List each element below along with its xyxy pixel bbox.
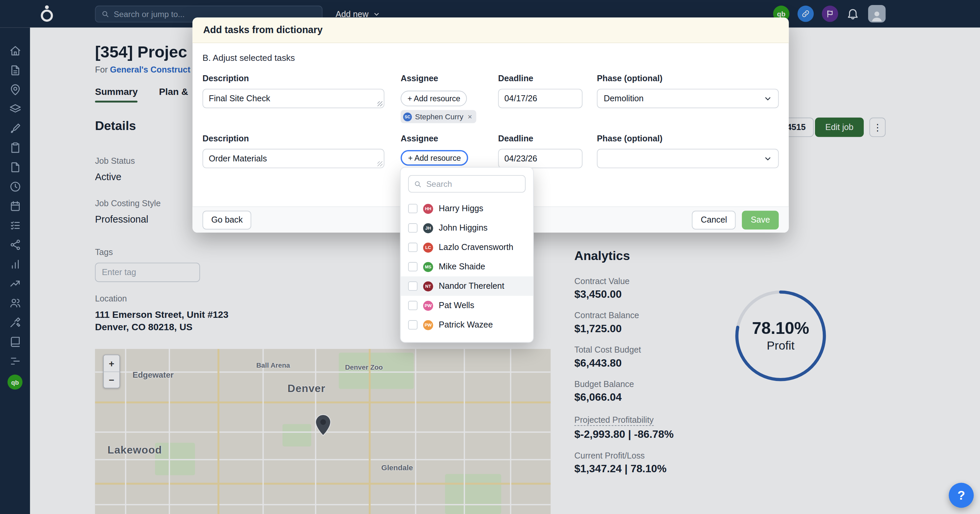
- checkbox[interactable]: [408, 223, 417, 233]
- chevron-down-icon: [764, 155, 772, 163]
- modal-title: Add tasks from dictionary: [203, 24, 323, 36]
- col-assignee-2: Assignee: [401, 134, 438, 143]
- remove-assignee-icon[interactable]: ×: [468, 112, 472, 121]
- option-name: Lazlo Cravensworth: [439, 243, 513, 252]
- assignee-option-john-higgins[interactable]: JHJohn Higgins: [401, 218, 533, 238]
- option-name: Pat Wells: [439, 301, 474, 310]
- chevron-down-icon: [764, 94, 772, 102]
- assignee-search[interactable]: [408, 175, 526, 193]
- go-back-button[interactable]: Go back: [202, 211, 251, 229]
- app-window: Add new qb qb [354] Projec For General's: [0, 0, 980, 514]
- col-phase-1: Phase (optional): [597, 74, 663, 83]
- assignee-option-harry-higgs[interactable]: HHHarry Higgs: [401, 199, 533, 218]
- avatar: PW: [423, 300, 433, 310]
- modal-header: Add tasks from dictionary: [192, 18, 789, 43]
- avatar: PW: [423, 320, 433, 330]
- checkbox[interactable]: [408, 243, 417, 252]
- option-name: John Higgins: [439, 223, 488, 233]
- checkbox[interactable]: [408, 204, 417, 213]
- save-button[interactable]: Save: [742, 211, 779, 229]
- assignee-option-pat-wells[interactable]: PWPat Wells: [401, 296, 533, 315]
- col-description-2: Description: [202, 134, 249, 143]
- checkbox[interactable]: [408, 320, 417, 329]
- option-name: Patrick Wazee: [439, 320, 493, 329]
- assignee-option-list: HHHarry HiggsJHJohn HigginsLCLazlo Crave…: [401, 199, 533, 335]
- assignee-search-input[interactable]: [426, 179, 520, 188]
- deadline-input-2[interactable]: [498, 149, 582, 168]
- description-input-1[interactable]: Final Site Check: [202, 89, 385, 108]
- help-button[interactable]: ?: [948, 483, 974, 508]
- col-assignee-1: Assignee: [401, 74, 438, 83]
- avatar: HH: [423, 204, 433, 214]
- avatar: MS: [423, 262, 433, 272]
- avatar-sc: SC: [403, 112, 412, 121]
- col-deadline-2: Deadline: [498, 134, 533, 143]
- col-phase-2: Phase (optional): [597, 134, 663, 143]
- checkbox[interactable]: [408, 281, 417, 291]
- description-input-2[interactable]: Order Materials: [202, 149, 385, 168]
- add-resource-button-2[interactable]: + Add resource: [401, 150, 468, 166]
- modal-step-label: B. Adjust selected tasks: [202, 53, 295, 62]
- assignee-dropdown: HHHarry HiggsJHJohn HigginsLCLazlo Crave…: [400, 167, 534, 343]
- option-name: Mike Shaide: [439, 262, 485, 271]
- phase-value-1: Demolition: [604, 94, 644, 103]
- avatar: NT: [423, 281, 433, 291]
- assignee-option-mike-shaide[interactable]: MSMike Shaide: [401, 257, 533, 276]
- avatar: JH: [423, 223, 433, 233]
- option-name: Harry Higgs: [439, 204, 483, 213]
- assignee-option-patrick-wazee[interactable]: PWPatrick Wazee: [401, 315, 533, 335]
- assignee-chip-stephen-curry[interactable]: SC Stephen Curry ×: [401, 110, 476, 123]
- search-icon: [414, 180, 422, 188]
- option-name: Nandor Therelent: [439, 281, 504, 291]
- checkbox[interactable]: [408, 301, 417, 310]
- assignee-option-nandor-therelent[interactable]: NTNandor Therelent: [401, 276, 533, 296]
- add-resource-button-1[interactable]: + Add resource: [401, 91, 467, 106]
- deadline-input-1[interactable]: [498, 89, 582, 108]
- assignee-option-lazlo-cravensworth[interactable]: LCLazlo Cravensworth: [401, 238, 533, 257]
- phase-select-2[interactable]: [597, 149, 779, 168]
- phase-select-1[interactable]: Demolition: [597, 89, 779, 108]
- col-deadline-1: Deadline: [498, 74, 533, 83]
- col-description-1: Description: [202, 74, 249, 83]
- checkbox[interactable]: [408, 262, 417, 271]
- avatar: LC: [423, 242, 433, 252]
- assignee-chip-name: Stephen Curry: [415, 112, 463, 121]
- cancel-button[interactable]: Cancel: [692, 211, 736, 229]
